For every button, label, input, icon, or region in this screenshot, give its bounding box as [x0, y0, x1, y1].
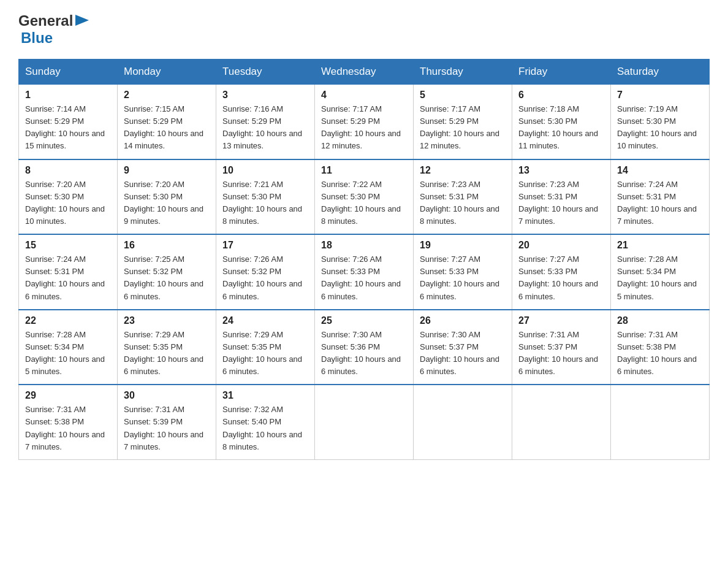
weekday-header-saturday: Saturday	[611, 59, 710, 85]
day-number: 11	[321, 165, 407, 176]
day-cell-14: 14 Sunrise: 7:24 AM Sunset: 5:31 PM Dayl…	[611, 159, 710, 235]
weekday-header-thursday: Thursday	[414, 59, 512, 85]
day-number: 9	[124, 165, 210, 176]
day-info: Sunrise: 7:29 AM Sunset: 5:35 PM Dayligh…	[222, 329, 308, 378]
day-cell-27: 27 Sunrise: 7:31 AM Sunset: 5:37 PM Dayl…	[512, 310, 611, 385]
day-cell-28: 28 Sunrise: 7:31 AM Sunset: 5:38 PM Dayl…	[611, 310, 710, 385]
day-number: 14	[617, 165, 703, 176]
day-info: Sunrise: 7:15 AM Sunset: 5:29 PM Dayligh…	[124, 103, 210, 153]
day-info: Sunrise: 7:27 AM Sunset: 5:33 PM Dayligh…	[518, 253, 604, 303]
day-info: Sunrise: 7:29 AM Sunset: 5:35 PM Dayligh…	[124, 329, 210, 378]
day-cell-11: 11 Sunrise: 7:22 AM Sunset: 5:30 PM Dayl…	[315, 159, 414, 235]
day-cell-31: 31 Sunrise: 7:32 AM Sunset: 5:40 PM Dayl…	[216, 385, 315, 459]
page-header: General Blue	[18, 12, 710, 47]
day-info: Sunrise: 7:23 AM Sunset: 5:31 PM Dayligh…	[420, 178, 506, 228]
day-info: Sunrise: 7:31 AM Sunset: 5:37 PM Dayligh…	[518, 329, 604, 378]
day-info: Sunrise: 7:31 AM Sunset: 5:38 PM Dayligh…	[25, 404, 111, 453]
day-cell-20: 20 Sunrise: 7:27 AM Sunset: 5:33 PM Dayl…	[512, 234, 611, 310]
day-cell-21: 21 Sunrise: 7:28 AM Sunset: 5:34 PM Dayl…	[611, 234, 710, 310]
empty-cell	[611, 385, 710, 459]
day-cell-5: 5 Sunrise: 7:17 AM Sunset: 5:29 PM Dayli…	[414, 85, 512, 159]
weekday-header-monday: Monday	[118, 59, 216, 85]
day-info: Sunrise: 7:21 AM Sunset: 5:30 PM Dayligh…	[222, 178, 308, 228]
svg-marker-0	[75, 15, 89, 26]
day-cell-24: 24 Sunrise: 7:29 AM Sunset: 5:35 PM Dayl…	[216, 310, 315, 385]
day-number: 23	[124, 315, 210, 326]
day-info: Sunrise: 7:14 AM Sunset: 5:29 PM Dayligh…	[25, 103, 111, 153]
day-number: 29	[25, 390, 111, 401]
day-info: Sunrise: 7:28 AM Sunset: 5:34 PM Dayligh…	[617, 253, 703, 303]
day-info: Sunrise: 7:18 AM Sunset: 5:30 PM Dayligh…	[518, 103, 604, 153]
day-info: Sunrise: 7:17 AM Sunset: 5:29 PM Dayligh…	[321, 103, 407, 153]
day-info: Sunrise: 7:26 AM Sunset: 5:33 PM Dayligh…	[321, 253, 407, 303]
day-info: Sunrise: 7:17 AM Sunset: 5:29 PM Dayligh…	[420, 103, 506, 153]
day-cell-19: 19 Sunrise: 7:27 AM Sunset: 5:33 PM Dayl…	[414, 234, 512, 310]
day-number: 4	[321, 90, 407, 101]
day-number: 13	[518, 165, 604, 176]
day-cell-18: 18 Sunrise: 7:26 AM Sunset: 5:33 PM Dayl…	[315, 234, 414, 310]
logo-general-text: General	[18, 12, 73, 29]
day-info: Sunrise: 7:31 AM Sunset: 5:38 PM Dayligh…	[617, 329, 703, 378]
day-number: 16	[124, 240, 210, 251]
day-number: 10	[222, 165, 308, 176]
day-cell-2: 2 Sunrise: 7:15 AM Sunset: 5:29 PM Dayli…	[118, 85, 216, 159]
empty-cell	[315, 385, 414, 459]
day-cell-26: 26 Sunrise: 7:30 AM Sunset: 5:37 PM Dayl…	[414, 310, 512, 385]
day-info: Sunrise: 7:24 AM Sunset: 5:31 PM Dayligh…	[25, 253, 111, 303]
day-cell-6: 6 Sunrise: 7:18 AM Sunset: 5:30 PM Dayli…	[512, 85, 611, 159]
day-number: 24	[222, 315, 308, 326]
day-number: 27	[518, 315, 604, 326]
day-number: 19	[420, 240, 506, 251]
day-info: Sunrise: 7:20 AM Sunset: 5:30 PM Dayligh…	[25, 178, 111, 228]
day-number: 18	[321, 240, 407, 251]
logo-blue-text: Blue	[21, 29, 53, 47]
day-cell-12: 12 Sunrise: 7:23 AM Sunset: 5:31 PM Dayl…	[414, 159, 512, 235]
day-info: Sunrise: 7:32 AM Sunset: 5:40 PM Dayligh…	[222, 404, 308, 453]
day-number: 20	[518, 240, 604, 251]
day-number: 15	[25, 240, 111, 251]
day-cell-8: 8 Sunrise: 7:20 AM Sunset: 5:30 PM Dayli…	[19, 159, 118, 235]
day-number: 2	[124, 90, 210, 101]
day-number: 30	[124, 390, 210, 401]
day-cell-29: 29 Sunrise: 7:31 AM Sunset: 5:38 PM Dayl…	[19, 385, 118, 459]
weekday-header-sunday: Sunday	[19, 59, 118, 85]
day-number: 22	[25, 315, 111, 326]
day-cell-7: 7 Sunrise: 7:19 AM Sunset: 5:30 PM Dayli…	[611, 85, 710, 159]
day-cell-22: 22 Sunrise: 7:28 AM Sunset: 5:34 PM Dayl…	[19, 310, 118, 385]
day-info: Sunrise: 7:19 AM Sunset: 5:30 PM Dayligh…	[617, 103, 703, 153]
day-info: Sunrise: 7:22 AM Sunset: 5:30 PM Dayligh…	[321, 178, 407, 228]
week-row-5: 29 Sunrise: 7:31 AM Sunset: 5:38 PM Dayl…	[19, 385, 710, 459]
day-number: 25	[321, 315, 407, 326]
day-number: 6	[518, 90, 604, 101]
day-cell-23: 23 Sunrise: 7:29 AM Sunset: 5:35 PM Dayl…	[118, 310, 216, 385]
weekday-header-tuesday: Tuesday	[216, 59, 315, 85]
day-cell-4: 4 Sunrise: 7:17 AM Sunset: 5:29 PM Dayli…	[315, 85, 414, 159]
day-number: 7	[617, 90, 703, 101]
day-cell-30: 30 Sunrise: 7:31 AM Sunset: 5:39 PM Dayl…	[118, 385, 216, 459]
day-cell-13: 13 Sunrise: 7:23 AM Sunset: 5:31 PM Dayl…	[512, 159, 611, 235]
day-info: Sunrise: 7:28 AM Sunset: 5:34 PM Dayligh…	[25, 329, 111, 378]
day-number: 8	[25, 165, 111, 176]
weekday-header-friday: Friday	[512, 59, 611, 85]
calendar-table: SundayMondayTuesdayWednesdayThursdayFrid…	[18, 59, 710, 460]
day-number: 17	[222, 240, 308, 251]
day-cell-15: 15 Sunrise: 7:24 AM Sunset: 5:31 PM Dayl…	[19, 234, 118, 310]
day-number: 28	[617, 315, 703, 326]
week-row-1: 1 Sunrise: 7:14 AM Sunset: 5:29 PM Dayli…	[19, 85, 710, 159]
day-info: Sunrise: 7:26 AM Sunset: 5:32 PM Dayligh…	[222, 253, 308, 303]
day-cell-1: 1 Sunrise: 7:14 AM Sunset: 5:29 PM Dayli…	[19, 85, 118, 159]
day-number: 5	[420, 90, 506, 101]
day-cell-25: 25 Sunrise: 7:30 AM Sunset: 5:36 PM Dayl…	[315, 310, 414, 385]
day-info: Sunrise: 7:25 AM Sunset: 5:32 PM Dayligh…	[124, 253, 210, 303]
day-info: Sunrise: 7:23 AM Sunset: 5:31 PM Dayligh…	[518, 178, 604, 228]
day-cell-17: 17 Sunrise: 7:26 AM Sunset: 5:32 PM Dayl…	[216, 234, 315, 310]
logo: General Blue	[18, 12, 89, 47]
day-number: 1	[25, 90, 111, 101]
day-number: 26	[420, 315, 506, 326]
day-cell-16: 16 Sunrise: 7:25 AM Sunset: 5:32 PM Dayl…	[118, 234, 216, 310]
week-row-3: 15 Sunrise: 7:24 AM Sunset: 5:31 PM Dayl…	[19, 234, 710, 310]
weekday-header-row: SundayMondayTuesdayWednesdayThursdayFrid…	[19, 59, 710, 85]
day-cell-10: 10 Sunrise: 7:21 AM Sunset: 5:30 PM Dayl…	[216, 159, 315, 235]
day-cell-9: 9 Sunrise: 7:20 AM Sunset: 5:30 PM Dayli…	[118, 159, 216, 235]
weekday-header-wednesday: Wednesday	[315, 59, 414, 85]
